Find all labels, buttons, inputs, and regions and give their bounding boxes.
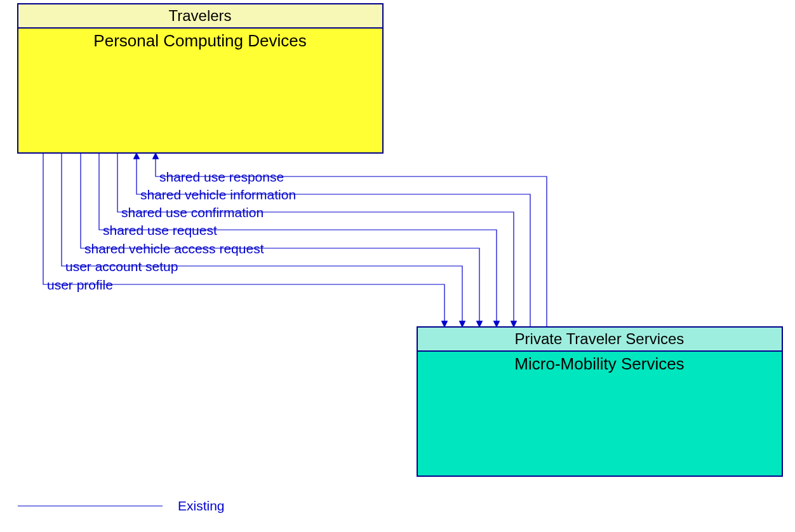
flow-shared-use-request bbox=[99, 153, 497, 327]
flow-label-shared-vehicle-access-request: shared vehicle access request bbox=[84, 241, 264, 256]
flow-label-user-account-setup: user account setup bbox=[65, 259, 178, 274]
flow-label-shared-use-confirmation: shared use confirmation bbox=[121, 205, 264, 220]
box-travelers: Travelers Personal Computing Devices bbox=[18, 4, 383, 153]
box-private-traveler-services: Private Traveler Services Micro-Mobility… bbox=[417, 327, 782, 476]
flow-label-shared-vehicle-information: shared vehicle information bbox=[140, 187, 296, 202]
box-a-body: Personal Computing Devices bbox=[93, 31, 306, 50]
box-b-header: Private Traveler Services bbox=[515, 330, 685, 347]
box-a-header: Travelers bbox=[168, 7, 231, 24]
diagram-canvas: Travelers Personal Computing Devices Pri… bbox=[0, 0, 795, 532]
flow-label-user-profile: user profile bbox=[47, 277, 113, 292]
legend-existing-label: Existing bbox=[178, 498, 225, 513]
legend: Existing bbox=[18, 498, 225, 513]
flow-label-shared-use-response: shared use response bbox=[159, 170, 284, 184]
box-b-body: Micro-Mobility Services bbox=[514, 354, 684, 373]
flow-label-shared-use-request: shared use request bbox=[103, 223, 217, 237]
